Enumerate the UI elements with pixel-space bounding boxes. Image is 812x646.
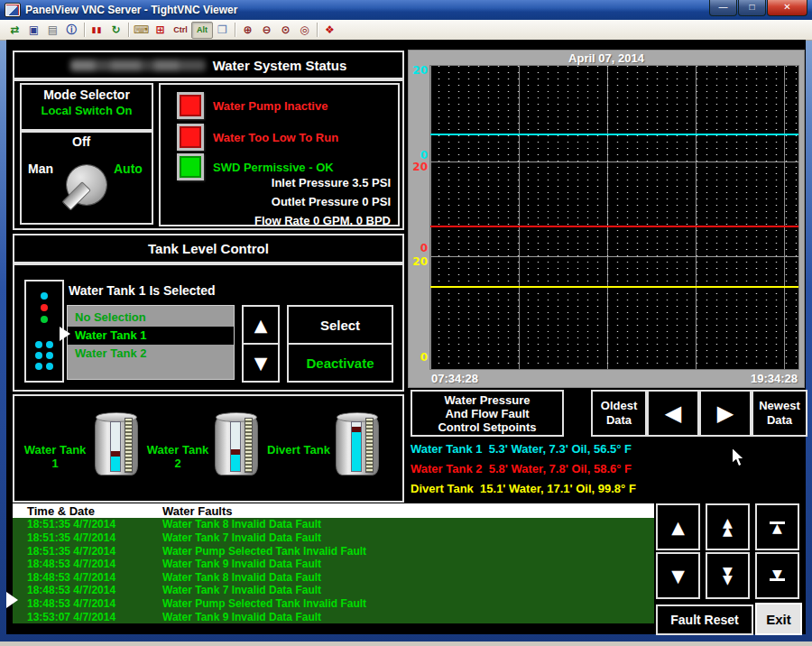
right-arrow-icon: ▶ <box>717 402 734 424</box>
deactivate-button-label: Deactivate <box>306 355 374 371</box>
full-screen-icon: ❖ <box>325 23 335 36</box>
oldest-line2: Data <box>606 413 632 428</box>
fault-row[interactable]: 13:53:07 4/7/2014Water Tank 9 Invalid Da… <box>13 610 654 623</box>
save-button[interactable]: ▣ <box>24 22 43 39</box>
fault-row[interactable]: 18:48:53 4/7/2014Water Pump Selected Tan… <box>13 597 654 611</box>
list-item-water-tank-1[interactable]: Water Tank 1 <box>68 327 234 345</box>
fault-page-down-button[interactable]: ▼ ▼ <box>706 552 750 599</box>
pump-dot <box>35 352 42 359</box>
pause-button[interactable]: ▮▮ <box>88 22 106 39</box>
redacted-site-name <box>70 60 206 71</box>
fault-time: 18:48:53 4/7/2014 <box>13 571 162 584</box>
fault-text: Water Tank 8 Invalid Data Fault <box>162 571 321 584</box>
scroll-forward-button[interactable]: ▶ <box>699 390 752 437</box>
select-button-label: Select <box>320 318 360 333</box>
fault-scroll-up-button[interactable]: ▲ <box>656 503 700 550</box>
connection-options-button[interactable]: ▤ <box>43 22 62 39</box>
maximize-button[interactable]: □ <box>738 0 766 16</box>
select-button[interactable]: Select <box>287 305 393 345</box>
alt-key-label: Alt <box>197 25 208 34</box>
fault-row[interactable]: 18:51:35 4/7/2014Water Pump Selected Tan… <box>13 544 654 558</box>
x-axis-start-time: 07:34:28 <box>431 372 478 385</box>
send-ctrl-alt-del-button[interactable]: ⌨ <box>132 22 151 39</box>
pump-dot <box>35 363 42 370</box>
window-title: PanelView VNC Server - TightVNC Viewer <box>25 4 705 16</box>
fault-page-up-button[interactable]: ▲ ▲ <box>706 503 750 550</box>
fault-table-header: Time & Date Water Faults <box>13 503 654 518</box>
zoom-in-button[interactable]: ⊕ <box>238 22 257 39</box>
fault-row[interactable]: 18:48:53 4/7/2014Water Tank 9 Invalid Da… <box>13 558 654 571</box>
fault-row[interactable]: 18:48:53 4/7/2014Water Tank 7 Invalid Da… <box>13 584 654 597</box>
fault-row[interactable]: 18:48:53 4/7/2014Water Tank 8 Invalid Da… <box>13 571 654 585</box>
fault-row[interactable]: 18:51:35 4/7/2014Water Tank 7 Invalid Da… <box>13 531 654 545</box>
fault-reset-button[interactable]: Fault Reset <box>656 604 753 635</box>
list-item-water-tank-2[interactable]: Water Tank 2 <box>68 345 234 363</box>
flow-rate-reading: Flow Rate 0 GPM, 0 BPD <box>254 214 391 227</box>
fault-rows: 18:51:35 4/7/2014Water Tank 8 Invalid Da… <box>13 518 654 623</box>
list-selection-arrow <box>60 327 70 341</box>
outlet-pressure-reading: Outlet Pressure 0 PSI <box>272 195 391 208</box>
new-connection-button[interactable]: ⇄ <box>5 22 24 39</box>
x-axis-end-time: 19:34:28 <box>751 372 798 385</box>
fault-scroll-down-button[interactable]: ▼ <box>656 552 700 599</box>
bottom-bar-icon <box>770 578 785 581</box>
fault-text: Water Tank 9 Invalid Data Fault <box>162 611 321 623</box>
scroll-back-button[interactable]: ◀ <box>647 390 699 437</box>
window-titlebar[interactable]: PanelView VNC Server - TightVNC Viewer —… <box>0 0 812 20</box>
list-up-button[interactable]: ▲ <box>242 305 280 345</box>
pause-icon: ▮▮ <box>92 25 103 34</box>
fault-time: 18:51:35 4/7/2014 <box>13 545 162 558</box>
tank-selection-list[interactable]: No Selection Water Tank 1 Water Tank 2 <box>67 305 235 380</box>
setpoints-line3: Control Setpoints <box>438 420 536 434</box>
fault-bottom-button[interactable]: ▼ <box>755 552 799 599</box>
axis-separator <box>430 162 798 162</box>
list-item-no-selection[interactable]: No Selection <box>68 309 234 327</box>
fault-text: Water Pump Selected Tank Invalid Fault <box>162 545 366 558</box>
tank2-readout: Water Tank 2 5.8' Water, 7.8' Oil, 58.6°… <box>411 462 632 475</box>
tank1-readout: Water Tank 1 5.3' Water, 7.3' Oil, 56.5°… <box>411 442 632 456</box>
fault-time: 18:51:35 4/7/2014 <box>13 518 162 531</box>
fault-time: 18:48:53 4/7/2014 <box>13 597 162 610</box>
y-axis-red-max: 20 <box>409 161 428 173</box>
deactivate-button[interactable]: Deactivate <box>287 343 393 383</box>
double-down-arrow-icon: ▼ <box>723 576 733 584</box>
minimize-button[interactable]: — <box>709 0 737 16</box>
fault-row[interactable]: 18:51:35 4/7/2014Water Tank 8 Invalid Da… <box>13 518 654 531</box>
up-arrow-icon: ▲ <box>772 524 782 532</box>
zoom-out-button[interactable]: ⊖ <box>257 22 276 39</box>
full-screen-button[interactable]: ❖ <box>320 22 339 39</box>
setpoints-button[interactable]: Water Pressure And Flow Fault Control Se… <box>411 390 564 437</box>
list-down-button[interactable]: ▼ <box>242 343 280 383</box>
newest-data-button[interactable]: Newest Data <box>752 390 807 437</box>
exit-label: Exit <box>766 612 791 627</box>
mode-column: Mode Selector Local Switch On Off Man Au… <box>18 83 153 223</box>
y-axis-cyan-max: 20 <box>409 64 428 77</box>
tightvnc-logo-icon <box>5 3 21 17</box>
refresh-button[interactable]: ↻ <box>106 22 125 39</box>
options-icon: ▤ <box>48 23 58 36</box>
alt-key-button[interactable]: Alt <box>191 22 213 39</box>
transfer-clipboard-button[interactable]: ❐ <box>213 22 232 39</box>
fault-time: 18:51:35 4/7/2014 <box>13 531 162 544</box>
exit-button[interactable]: Exit <box>755 603 802 635</box>
oldest-data-button[interactable]: Oldest Data <box>591 390 647 437</box>
new-connection-icon: ⇄ <box>10 23 19 36</box>
fault-time: 18:48:53 4/7/2014 <box>13 558 162 570</box>
ctrl-key-button[interactable]: Ctrl <box>170 22 191 39</box>
mode-knob-box: Off Man Auto <box>20 131 153 225</box>
tank-ladder <box>125 418 133 473</box>
desktop-strip <box>0 641 812 646</box>
status-dot-cyan <box>41 292 48 300</box>
trend-line-water-tank-1 <box>430 134 798 135</box>
mode-selector-box: Mode Selector Local Switch On <box>20 83 153 131</box>
send-windows-key-button[interactable]: ⊞ <box>151 22 170 39</box>
zoom-auto-button[interactable]: ◎ <box>295 22 314 39</box>
zoom-100-button[interactable]: ⊙ <box>276 22 295 39</box>
water-tank-2-graphic <box>215 412 258 475</box>
connection-info-button[interactable]: ⓘ <box>62 22 81 39</box>
oldest-line1: Oldest <box>601 399 637 413</box>
fault-top-button[interactable]: ▲ <box>755 503 799 550</box>
fault-time: 18:48:53 4/7/2014 <box>13 584 162 596</box>
close-button[interactable]: ✕ <box>767 0 807 16</box>
mode-selector-knob[interactable] <box>67 165 106 205</box>
